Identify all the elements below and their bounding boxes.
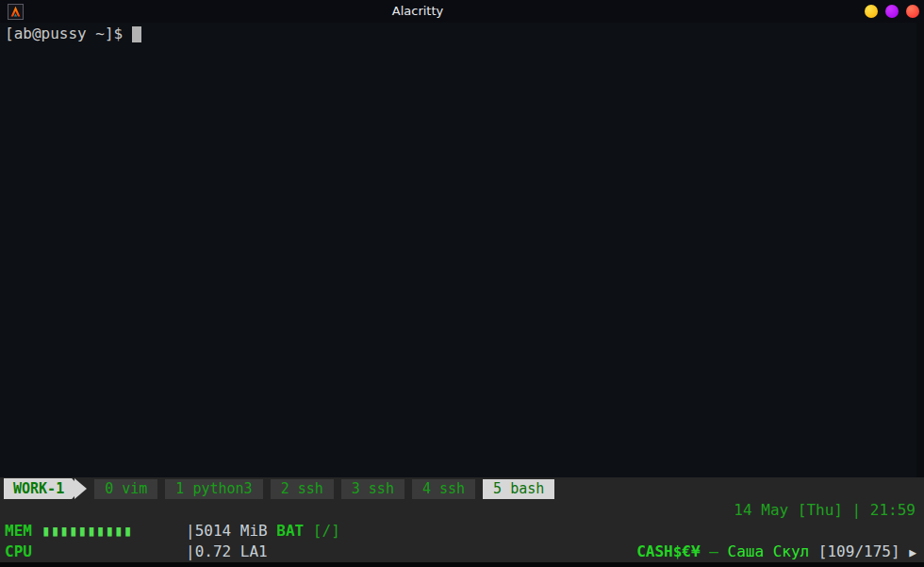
mem-usage-bar: ▮▮▮▮▮▮▮▮▮▮ — [41, 521, 132, 542]
music-status: CASH$€¥ — Саша Скул [109/175] ▶ — [636, 542, 916, 563]
tmux-window-0-vim[interactable]: 0 vim — [94, 479, 157, 499]
music-separator: — — [701, 542, 728, 560]
music-player-label: CASH$€¥ — [636, 542, 700, 560]
mem-value: |5014 MiB BAT [/] — [186, 521, 340, 542]
close-button[interactable] — [906, 5, 919, 18]
play-icon: ▶ — [909, 545, 916, 559]
memory-row: MEM ▮▮▮▮▮▮▮▮▮▮ |5014 MiB BAT [/] — [0, 521, 924, 542]
mem-label: MEM — [5, 521, 32, 542]
tmux-window-3-ssh[interactable]: 3 ssh — [341, 479, 404, 499]
alacritty-icon — [8, 4, 24, 20]
maximize-button[interactable] — [885, 5, 899, 18]
terminal-area[interactable]: [ab@pussy ~]$ — [0, 23, 924, 477]
tmux-window-5-bash-active[interactable]: 5 bash — [483, 479, 554, 499]
cpu-row: CPU |0.72 LA1 CASH$€¥ — Саша Скул [109/1… — [0, 542, 924, 562]
tmux-statusbar: WORK-1 0 vim 1 python3 2 ssh 3 ssh 4 ssh… — [0, 477, 924, 567]
shell-prompt: [ab@pussy ~]$ — [5, 25, 141, 43]
window-list-row: WORK-1 0 vim 1 python3 2 ssh 3 ssh 4 ssh… — [0, 477, 924, 500]
window-controls — [865, 5, 919, 18]
titlebar: Alacritty — [0, 0, 924, 23]
session-name[interactable]: WORK-1 — [4, 478, 81, 499]
datetime-row: 14 May [Thu] | 21:59 — [0, 500, 924, 521]
tmux-window-1-python3[interactable]: 1 python3 — [165, 479, 262, 499]
tmux-window-2-ssh[interactable]: 2 ssh — [271, 479, 334, 499]
battery-label: BAT — [276, 522, 304, 540]
datetime-text: 14 May [Thu] | 21:59 — [734, 501, 916, 519]
minimize-button[interactable] — [865, 5, 878, 18]
tmux-window-4-ssh[interactable]: 4 ssh — [412, 479, 475, 499]
cpu-label: CPU — [5, 542, 32, 562]
scrollbar-track[interactable] — [916, 23, 924, 477]
music-track-name: Саша Скул — [728, 542, 818, 560]
window-title: Alacritty — [392, 0, 443, 23]
cpu-value: |0.72 LA1 — [186, 542, 268, 562]
mem-mib-text: |5014 MiB — [186, 522, 276, 540]
music-track-position: [109/175] — [818, 542, 909, 560]
prompt-text: [ab@pussy ~]$ — [5, 25, 123, 42]
terminal-cursor — [132, 26, 141, 42]
battery-status: [/] — [304, 522, 340, 540]
